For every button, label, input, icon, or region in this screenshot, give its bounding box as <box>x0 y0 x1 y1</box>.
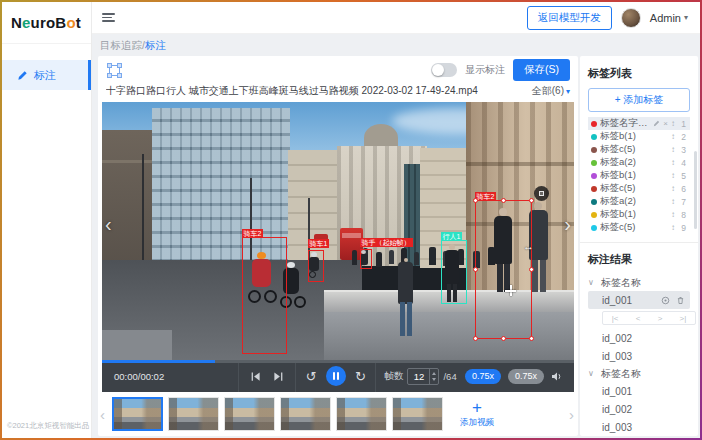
label-list-item[interactable]: 标签b(1) ↕ 5 <box>588 169 690 182</box>
prev-frame-icon[interactable] <box>250 371 261 382</box>
show-annotations-toggle[interactable] <box>431 63 457 77</box>
menu-collapse-icon[interactable] <box>102 13 115 22</box>
label-list-item[interactable]: 标签名字最长数... × ↕ 1 <box>588 117 690 130</box>
resize-handle[interactable] <box>529 267 534 272</box>
label-list-item[interactable]: 标签c(5) ↕ 3 <box>588 143 690 156</box>
video-canvas[interactable]: 骑车2 骑车1 骑手（起始帧） 行人1 骑车2 <box>102 102 574 360</box>
resize-handle[interactable] <box>529 198 534 203</box>
pager-next-icon[interactable]: > <box>658 314 663 323</box>
sort-icon[interactable]: ↕ <box>671 185 675 193</box>
pager-first-icon[interactable]: |< <box>612 314 619 323</box>
show-annotations-label: 显示标注 <box>465 63 505 77</box>
resize-handle[interactable] <box>529 336 534 341</box>
save-button[interactable]: 保存(S) <box>513 59 570 81</box>
bbox-tool-icon[interactable] <box>106 62 123 79</box>
bbox-rider2-selected[interactable]: 骑车2 <box>475 200 532 339</box>
pause-button[interactable] <box>326 366 346 386</box>
visibility-icon[interactable] <box>661 296 670 305</box>
result-item-selected[interactable]: id_001 <box>588 291 690 309</box>
resize-handle[interactable] <box>473 267 478 272</box>
copyright-text: ©2021北京矩视智能出品 <box>2 421 91 438</box>
result-item[interactable]: id_001 <box>588 382 690 400</box>
bbox-rider1[interactable]: 骑车1 <box>308 250 324 282</box>
label-list-item[interactable]: 标签c(5) ↕ 6 <box>588 182 690 195</box>
avatar[interactable] <box>621 8 641 28</box>
sort-icon[interactable]: ↕ <box>671 224 675 232</box>
user-menu[interactable]: Admin▾ <box>650 12 688 24</box>
label-list-title: 标签列表 <box>588 66 690 81</box>
next-frame-icon[interactable] <box>273 371 284 382</box>
resize-handle[interactable] <box>501 336 506 341</box>
delete-icon[interactable]: × <box>663 120 668 128</box>
sort-icon[interactable]: ↕ <box>671 198 675 206</box>
result-item[interactable]: id_002 <box>588 329 690 347</box>
label-list-item[interactable]: 标签c(5) ↕ 9 <box>588 221 690 234</box>
pager-prev-icon[interactable]: < <box>636 314 641 323</box>
sidebar: NeuroBot 标注 ©2021北京矩视智能出品 <box>2 2 92 438</box>
resize-handle[interactable] <box>501 198 506 203</box>
filmstrip-left-chevron[interactable]: ‹ <box>98 406 107 423</box>
pager-last-icon[interactable]: >| <box>680 314 687 323</box>
crosshair-icon <box>539 191 544 196</box>
playback-speed-button[interactable]: 0.75x <box>465 369 501 384</box>
bbox-label: 骑车2 <box>242 229 264 238</box>
volume-icon[interactable] <box>551 371 563 382</box>
sort-icon[interactable]: ↕ <box>671 120 675 128</box>
label-list-item[interactable]: 标签a(2) ↕ 7 <box>588 195 690 208</box>
video-title-row: 十字路口路口行人 城市交通上下班高峰斑马线过马路视频 2022-03-02 17… <box>98 82 578 102</box>
sidebar-item-annotate[interactable]: 标注 <box>2 60 91 90</box>
progress-fill <box>102 360 215 363</box>
label-filter-dropdown[interactable]: 全部(6)▾ <box>532 84 570 98</box>
sort-icon[interactable]: ↕ <box>671 146 675 154</box>
filmstrip-right-chevron[interactable]: › <box>567 406 576 423</box>
bbox-rider2[interactable]: 骑车2 <box>242 237 287 354</box>
video-thumbnail-6[interactable] <box>392 397 443 431</box>
resize-handle[interactable] <box>473 198 478 203</box>
recenter-button[interactable] <box>534 186 549 201</box>
sort-icon[interactable]: ↕ <box>671 172 675 180</box>
sort-icon[interactable]: ↕ <box>671 133 675 141</box>
frames-label: 帧数 <box>384 370 403 383</box>
breadcrumb: 目标追踪/标注 <box>92 34 700 56</box>
trash-icon[interactable] <box>676 296 685 305</box>
result-item[interactable]: id_002 <box>588 400 690 418</box>
label-color-dot <box>591 212 597 218</box>
bbox-label: 行人1 <box>441 232 463 241</box>
breadcrumb-current[interactable]: 标注 <box>145 39 166 51</box>
video-thumbnail-2[interactable] <box>168 397 219 431</box>
bbox-label: 骑车1 <box>308 239 330 248</box>
video-thumbnail-5[interactable] <box>336 397 387 431</box>
result-item[interactable]: id_003 <box>588 418 690 436</box>
logo-text: N <box>11 14 22 31</box>
step-up-icon[interactable] <box>432 372 436 375</box>
bbox-rider-startframe[interactable]: 骑手（起始帧） <box>360 249 372 269</box>
result-group[interactable]: ∨ 标签名称 <box>588 274 690 291</box>
result-item[interactable]: id_003 <box>588 347 690 365</box>
sort-icon[interactable]: ↕ <box>671 211 675 219</box>
resize-cursor-icon: ↔ <box>523 240 534 252</box>
edit-icon[interactable] <box>653 120 660 127</box>
scrollbar[interactable] <box>694 151 697 229</box>
back-to-model-dev-button[interactable]: 返回模型开发 <box>527 6 612 30</box>
video-thumbnail-3[interactable] <box>224 397 275 431</box>
forward-10-icon[interactable]: ↻ <box>355 370 366 383</box>
video-thumbnail-4[interactable] <box>280 397 331 431</box>
label-list-item[interactable]: 标签a(2) ↕ 4 <box>588 156 690 169</box>
add-label-button[interactable]: + 添加标签 <box>588 88 690 112</box>
add-video-button[interactable]: + 添加视频 <box>448 399 506 429</box>
next-video-chevron[interactable]: › <box>564 214 571 234</box>
sort-icon[interactable]: ↕ <box>671 159 675 167</box>
move-cursor-icon <box>505 285 516 296</box>
video-progress-bar[interactable] <box>102 360 574 363</box>
rewind-10-icon[interactable]: ↺ <box>306 370 317 383</box>
resize-handle[interactable] <box>473 336 478 341</box>
label-list-item[interactable]: 标签b(1) ↕ 8 <box>588 208 690 221</box>
stepper-arrows[interactable] <box>429 369 438 384</box>
bbox-pedestrian1[interactable]: 行人1 <box>441 240 467 304</box>
step-down-icon[interactable] <box>432 378 436 381</box>
prev-video-chevron[interactable]: ‹ <box>105 214 112 234</box>
playback-speed-button-secondary[interactable]: 0.75x <box>508 369 544 384</box>
result-group[interactable]: ∨ 标签名称 <box>588 365 690 382</box>
video-thumbnail-1[interactable] <box>112 397 163 431</box>
label-list-item[interactable]: 标签b(1) ↕ 2 <box>588 130 690 143</box>
